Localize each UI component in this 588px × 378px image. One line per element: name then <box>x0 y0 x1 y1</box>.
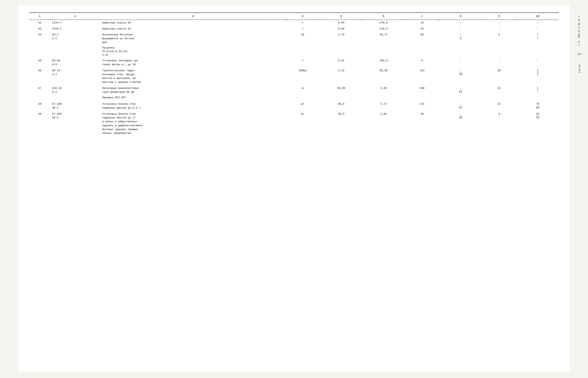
row-description: Арматура класса А2 <box>100 26 285 32</box>
row-col6: I,65 <box>362 111 405 136</box>
table-row: 43 CI24-2 Арматура класса А2 т 0,09 278,… <box>29 26 559 32</box>
row-col7: II4 <box>405 68 439 85</box>
row-id: 48 <box>29 101 50 111</box>
row-description: Установка блоков стен подвалов массой до… <box>100 111 285 136</box>
table-row: 49 E7-40I 36-2 Установка блоков стен под… <box>29 111 559 136</box>
fraction-col8: – 22 <box>459 87 462 94</box>
row-code: EI6-34 6-2 <box>50 85 100 95</box>
row-id: 45 <box>29 58 50 68</box>
row-unit: т <box>285 20 320 26</box>
row-col10: I – <box>517 85 559 95</box>
header-col-8: 8 <box>439 13 482 20</box>
row-id: 42 <box>29 20 50 26</box>
subrow-empty <box>29 46 50 58</box>
row-col8: – 42 <box>439 111 482 136</box>
row-unit: I00м2 <box>285 68 320 85</box>
header-col-4: 4 <box>285 13 320 20</box>
row-unit: т <box>285 58 320 68</box>
row-col5: 0,05 <box>320 20 362 26</box>
fraction-col8: – 42 <box>459 112 462 120</box>
row-col10: – <box>517 58 559 68</box>
row-unit: м3 <box>285 32 320 45</box>
header-col-3: 3 <box>100 13 285 20</box>
row-col9: 9 <box>482 111 516 136</box>
row-col9: – <box>482 58 516 68</box>
row-col10: 76 28 <box>517 101 559 111</box>
table-row: 44 E6-2 I-2 Монолитные бетонные фундамен… <box>29 32 559 45</box>
row-col8: – <box>439 26 482 32</box>
right-margin-label1: Т.П. 805-5-5.86 А-7 <box>578 16 581 46</box>
row-col7: I2I <box>405 101 439 111</box>
row-col5: I,79 <box>320 32 362 45</box>
row-col10: 33 I2 <box>517 111 559 136</box>
row-col6: 3,I0 <box>362 85 405 95</box>
header-col-7: 7 <box>405 13 439 20</box>
row-col8: – <box>439 58 482 68</box>
header-col-5: 5 <box>320 13 362 20</box>
row-col6: 278,0 <box>362 26 405 32</box>
row-unit: м <box>285 85 320 95</box>
row-col9: 4 <box>482 32 516 45</box>
fraction-col10: 2 I <box>537 69 538 76</box>
row-code: E7-40I 36-2 <box>50 111 100 136</box>
row-col5: I,32 <box>320 68 362 85</box>
row-col8: – 28 <box>439 68 482 85</box>
header-col-9: 9 <box>482 13 516 20</box>
row-col8: – <box>439 20 482 26</box>
row-col6: 270,0 <box>362 20 405 26</box>
row-col10: – <box>517 20 559 26</box>
row-col9: – <box>482 20 516 26</box>
row-code: E6-2 I-2 <box>50 32 100 45</box>
row-col8: – 4 <box>439 32 482 45</box>
row-description: Арматура класса AI <box>100 20 285 26</box>
row-code: E7-400 36-I <box>50 101 100 111</box>
row-code: CI24-I <box>50 20 100 26</box>
row-col7: 49 <box>405 111 439 136</box>
row-col7: 66 <box>405 32 439 45</box>
fraction-col10: = – <box>537 33 538 40</box>
row-description: Прокладка винипластовых труб диаметром 9… <box>100 85 285 95</box>
subrow-text: Расценка: 35,9+(26,6-25,8)х I,02 <box>100 46 285 58</box>
row-description: Установка закладных де- талей весом кг, … <box>100 58 285 68</box>
row-col5: 58,00 <box>320 85 362 95</box>
row-id: 49 <box>29 111 50 136</box>
fraction-col10: 33 I2 <box>536 112 539 120</box>
table-row: 46 E8-I3 4-I Горизонтальная гидро- изоля… <box>29 68 559 85</box>
row-col7: I80 <box>405 85 439 95</box>
fraction-col8: – 28 <box>459 69 462 76</box>
table-row: 45 E6-84 9-8 Установка закладных де- тал… <box>29 58 559 68</box>
subrow-empty <box>50 95 100 101</box>
right-margin-label2: - 24 - <box>575 53 584 56</box>
main-table: I 2 3 4 5 6 7 8 9 IO 42 CI24-I Арматур <box>29 13 559 136</box>
row-col5: 0,09 <box>320 26 362 32</box>
row-col10: = – <box>517 32 559 45</box>
right-margin: Т.П. 805-5-5.86 А-7 - 24 - 97/4/1 <box>575 16 584 73</box>
subrow-empty <box>285 46 559 58</box>
header-col-10: IO <box>517 13 559 20</box>
table-row: 48 E7-400 36-I Установка блоков стен под… <box>29 101 559 111</box>
fraction-col8: – 97 <box>459 102 462 110</box>
row-id: 47 <box>29 85 50 95</box>
row-col9: 2I <box>482 101 516 111</box>
row-col5: 30,0 <box>320 111 362 136</box>
fraction-col10: 76 28 <box>536 102 539 110</box>
table-row: 42 CI24-I Арматура класса AI т 0,05 270,… <box>29 20 559 26</box>
row-unit: шт <box>285 111 320 136</box>
subrow-empty <box>29 95 50 101</box>
fraction-col10: I – <box>537 87 538 94</box>
row-code: E6-84 9-8 <box>50 58 100 68</box>
row-col7: I4 <box>405 20 439 26</box>
row-description: Установка блоков стен подвалов массой до… <box>100 101 285 111</box>
subrow-text: Приямки ПРI-ПР7 <box>100 95 285 101</box>
row-col6: 86,50 <box>362 68 405 85</box>
row-col9: 26 <box>482 68 516 85</box>
fraction-col8: – 4 <box>460 33 461 40</box>
row-id: 46 <box>29 68 50 85</box>
subrow-empty <box>50 46 100 58</box>
row-col10: 2 I <box>517 68 559 85</box>
row-col9: – <box>482 26 516 32</box>
row-id: 43 <box>29 26 50 32</box>
row-col8: – 22 <box>439 85 482 95</box>
table-subrow: Приямки ПРI-ПР7 <box>29 95 559 101</box>
row-col6: 36,72 <box>362 32 405 45</box>
